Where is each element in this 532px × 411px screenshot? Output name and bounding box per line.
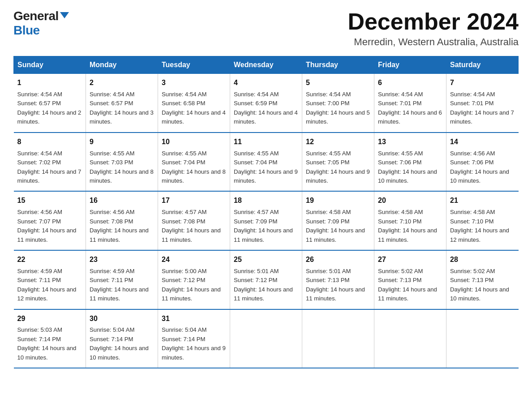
col-header-friday: Friday: [374, 56, 446, 74]
logo-general-text: General: [13, 9, 59, 23]
cell-info: Sunrise: 4:58 AMSunset: 7:10 PMDaylight:…: [378, 208, 442, 244]
calendar-cell: 24Sunrise: 5:00 AMSunset: 7:12 PMDayligh…: [158, 250, 230, 309]
calendar-cell: 23Sunrise: 4:59 AMSunset: 7:11 PMDayligh…: [86, 250, 158, 309]
cell-info: Sunrise: 4:57 AMSunset: 7:08 PMDaylight:…: [162, 208, 226, 244]
day-number: 19: [306, 195, 370, 206]
cell-info: Sunrise: 4:58 AMSunset: 7:09 PMDaylight:…: [306, 208, 370, 244]
calendar-header-row: SundayMondayTuesdayWednesdayThursdayFrid…: [14, 56, 519, 74]
cell-info: Sunrise: 5:00 AMSunset: 7:12 PMDaylight:…: [162, 267, 226, 304]
col-header-monday: Monday: [86, 56, 158, 74]
cell-info: Sunrise: 4:54 AMSunset: 7:01 PMDaylight:…: [450, 90, 515, 127]
day-number: 28: [450, 254, 515, 265]
calendar-week-row: 8Sunrise: 4:54 AMSunset: 7:02 PMDaylight…: [14, 133, 519, 192]
calendar-cell: 29Sunrise: 5:03 AMSunset: 7:14 PMDayligh…: [14, 309, 86, 368]
calendar-cell: 28Sunrise: 5:02 AMSunset: 7:13 PMDayligh…: [446, 250, 519, 309]
calendar-cell: 8Sunrise: 4:54 AMSunset: 7:02 PMDaylight…: [14, 133, 86, 192]
cell-info: Sunrise: 4:55 AMSunset: 7:06 PMDaylight:…: [378, 149, 442, 186]
day-number: 8: [17, 137, 82, 148]
calendar-cell: 25Sunrise: 5:01 AMSunset: 7:12 PMDayligh…: [230, 250, 302, 309]
calendar-cell: 19Sunrise: 4:58 AMSunset: 7:09 PMDayligh…: [302, 191, 374, 250]
calendar-cell: 15Sunrise: 4:56 AMSunset: 7:07 PMDayligh…: [14, 191, 86, 250]
calendar-cell: [230, 309, 302, 368]
cell-info: Sunrise: 5:03 AMSunset: 7:14 PMDaylight:…: [17, 325, 82, 362]
calendar-cell: 16Sunrise: 4:56 AMSunset: 7:08 PMDayligh…: [86, 191, 158, 250]
calendar-cell: 7Sunrise: 4:54 AMSunset: 7:01 PMDaylight…: [446, 74, 519, 133]
day-number: 11: [234, 137, 298, 148]
day-number: 10: [162, 137, 226, 148]
calendar-cell: 20Sunrise: 4:58 AMSunset: 7:10 PMDayligh…: [374, 191, 446, 250]
day-number: 6: [378, 77, 442, 89]
day-number: 14: [450, 137, 515, 148]
cell-info: Sunrise: 4:58 AMSunset: 7:10 PMDaylight:…: [450, 208, 515, 244]
cell-info: Sunrise: 4:54 AMSunset: 6:58 PMDaylight:…: [162, 90, 226, 127]
cell-info: Sunrise: 5:04 AMSunset: 7:14 PMDaylight:…: [162, 325, 226, 362]
calendar-cell: 30Sunrise: 5:04 AMSunset: 7:14 PMDayligh…: [86, 309, 158, 368]
day-number: 18: [234, 195, 298, 206]
cell-info: Sunrise: 4:54 AMSunset: 7:01 PMDaylight:…: [378, 90, 442, 127]
day-number: 15: [17, 195, 82, 206]
calendar-cell: [374, 309, 446, 368]
day-number: 7: [450, 77, 515, 89]
title-block: December 2024 Merredin, Western Australi…: [348, 9, 519, 48]
col-header-wednesday: Wednesday: [230, 56, 302, 74]
calendar-cell: 11Sunrise: 4:55 AMSunset: 7:04 PMDayligh…: [230, 133, 302, 192]
cell-info: Sunrise: 4:54 AMSunset: 6:59 PMDaylight:…: [234, 90, 298, 127]
calendar-cell: 1Sunrise: 4:54 AMSunset: 6:57 PMDaylight…: [14, 74, 86, 133]
col-header-tuesday: Tuesday: [158, 56, 230, 74]
calendar-cell: 22Sunrise: 4:59 AMSunset: 7:11 PMDayligh…: [14, 250, 86, 309]
calendar-cell: 26Sunrise: 5:01 AMSunset: 7:13 PMDayligh…: [302, 250, 374, 309]
cell-info: Sunrise: 5:04 AMSunset: 7:14 PMDaylight:…: [90, 325, 154, 362]
calendar-cell: 3Sunrise: 4:54 AMSunset: 6:58 PMDaylight…: [158, 74, 230, 133]
logo-triangle-icon: [60, 12, 69, 18]
cell-info: Sunrise: 5:01 AMSunset: 7:12 PMDaylight:…: [234, 267, 298, 304]
calendar-week-row: 22Sunrise: 4:59 AMSunset: 7:11 PMDayligh…: [14, 250, 519, 309]
cell-info: Sunrise: 4:55 AMSunset: 7:04 PMDaylight:…: [234, 149, 298, 186]
calendar-cell: 18Sunrise: 4:57 AMSunset: 7:09 PMDayligh…: [230, 191, 302, 250]
cell-info: Sunrise: 5:01 AMSunset: 7:13 PMDaylight:…: [306, 267, 370, 304]
day-number: 16: [90, 195, 154, 206]
day-number: 25: [234, 254, 298, 265]
calendar-cell: 21Sunrise: 4:58 AMSunset: 7:10 PMDayligh…: [446, 191, 519, 250]
day-number: 23: [90, 254, 154, 265]
cell-info: Sunrise: 4:54 AMSunset: 6:57 PMDaylight:…: [17, 90, 82, 127]
cell-info: Sunrise: 4:56 AMSunset: 7:06 PMDaylight:…: [450, 149, 515, 186]
day-number: 20: [378, 195, 442, 206]
cell-info: Sunrise: 4:55 AMSunset: 7:05 PMDaylight:…: [306, 149, 370, 186]
cell-info: Sunrise: 4:54 AMSunset: 7:00 PMDaylight:…: [306, 90, 370, 127]
logo-blue-text: Blue: [13, 23, 40, 37]
day-number: 2: [90, 77, 154, 89]
calendar-cell: 12Sunrise: 4:55 AMSunset: 7:05 PMDayligh…: [302, 133, 374, 192]
day-number: 17: [162, 195, 226, 206]
day-number: 29: [17, 313, 82, 325]
day-number: 5: [306, 77, 370, 89]
calendar-cell: 4Sunrise: 4:54 AMSunset: 6:59 PMDaylight…: [230, 74, 302, 133]
page-header: General Blue December 2024 Merredin, Wes…: [13, 9, 519, 48]
calendar-cell: 2Sunrise: 4:54 AMSunset: 6:57 PMDaylight…: [86, 74, 158, 133]
cell-info: Sunrise: 5:02 AMSunset: 7:13 PMDaylight:…: [378, 267, 442, 304]
day-number: 3: [162, 77, 226, 89]
cell-info: Sunrise: 4:55 AMSunset: 7:04 PMDaylight:…: [162, 149, 226, 186]
calendar-cell: 17Sunrise: 4:57 AMSunset: 7:08 PMDayligh…: [158, 191, 230, 250]
calendar-cell: 5Sunrise: 4:54 AMSunset: 7:00 PMDaylight…: [302, 74, 374, 133]
calendar-cell: 27Sunrise: 5:02 AMSunset: 7:13 PMDayligh…: [374, 250, 446, 309]
calendar-cell: 14Sunrise: 4:56 AMSunset: 7:06 PMDayligh…: [446, 133, 519, 192]
calendar-week-row: 1Sunrise: 4:54 AMSunset: 6:57 PMDaylight…: [14, 74, 519, 133]
month-title: December 2024: [348, 9, 519, 34]
day-number: 21: [450, 195, 515, 206]
cell-info: Sunrise: 4:55 AMSunset: 7:03 PMDaylight:…: [90, 149, 154, 186]
day-number: 22: [17, 254, 82, 265]
day-number: 27: [378, 254, 442, 265]
day-number: 31: [162, 313, 226, 325]
logo: General Blue: [13, 9, 69, 38]
day-number: 12: [306, 137, 370, 148]
calendar-table: SundayMondayTuesdayWednesdayThursdayFrid…: [13, 56, 519, 368]
day-number: 1: [17, 77, 82, 89]
col-header-sunday: Sunday: [14, 56, 86, 74]
calendar-cell: 9Sunrise: 4:55 AMSunset: 7:03 PMDaylight…: [86, 133, 158, 192]
location-title: Merredin, Western Australia, Australia: [348, 36, 519, 48]
cell-info: Sunrise: 4:56 AMSunset: 7:07 PMDaylight:…: [17, 208, 82, 244]
cell-info: Sunrise: 4:54 AMSunset: 6:57 PMDaylight:…: [90, 90, 154, 127]
cell-info: Sunrise: 4:56 AMSunset: 7:08 PMDaylight:…: [90, 208, 154, 244]
calendar-cell: 13Sunrise: 4:55 AMSunset: 7:06 PMDayligh…: [374, 133, 446, 192]
cell-info: Sunrise: 4:59 AMSunset: 7:11 PMDaylight:…: [17, 267, 82, 304]
